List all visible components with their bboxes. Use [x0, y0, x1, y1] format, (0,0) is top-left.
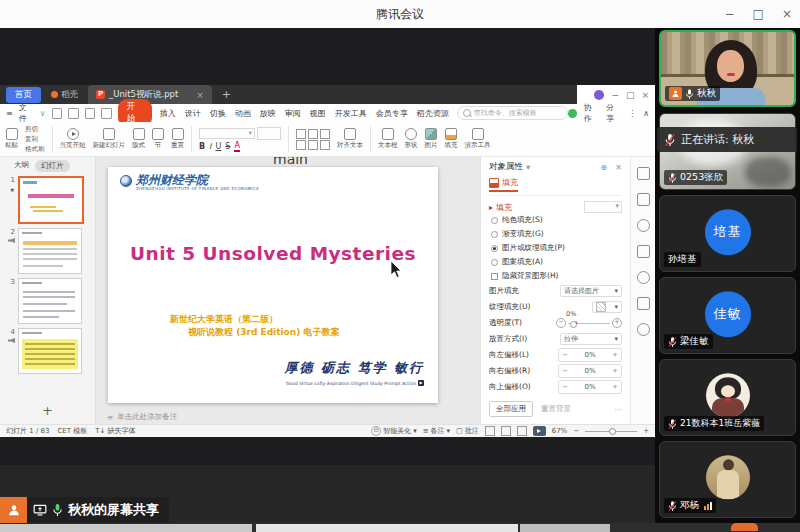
- paste-button[interactable]: 粘贴: [5, 128, 18, 150]
- align-left-icon[interactable]: [296, 140, 306, 150]
- menu-tab-member[interactable]: 会员专享: [376, 108, 408, 119]
- wps-account-avatar[interactable]: [594, 90, 604, 100]
- more-options-icon[interactable]: ⋯: [615, 405, 623, 414]
- effects-icon[interactable]: [637, 219, 650, 232]
- slide-canvas[interactable]: main 郑州财经学院 ZHENGZHOU INSTITUTE OF FINAN…: [95, 157, 480, 424]
- format-painter-button[interactable]: 格式刷: [25, 145, 45, 154]
- audio-play-icon[interactable]: ▶: [418, 380, 424, 386]
- menu-tab-transition[interactable]: 切换: [210, 108, 226, 119]
- close-icon[interactable]: ×: [782, 7, 792, 21]
- font-size-select[interactable]: [257, 127, 281, 140]
- zoom-out-icon[interactable]: −: [573, 427, 579, 435]
- slide-thumbnail-1[interactable]: 1 ★: [0, 174, 95, 226]
- underline-button[interactable]: U: [215, 142, 221, 151]
- hamburger-icon[interactable]: ≡: [6, 109, 13, 118]
- section-caret-icon[interactable]: ▸: [489, 203, 493, 212]
- slide-thumbnail-3[interactable]: 3: [0, 276, 95, 326]
- more-menu-icon[interactable]: ⋮: [628, 109, 636, 118]
- minus-icon[interactable]: −: [559, 351, 571, 359]
- zoom-in-icon[interactable]: +: [643, 427, 649, 435]
- collapse-ribbon-icon[interactable]: ∧: [643, 109, 649, 118]
- collaborate-button[interactable]: 协作: [584, 102, 599, 124]
- plus-icon[interactable]: +: [609, 383, 621, 391]
- command-search-input[interactable]: 查找命令、搜索模板: [457, 106, 568, 120]
- plus-icon[interactable]: +: [609, 351, 621, 359]
- tab-close-icon[interactable]: ×: [196, 90, 204, 100]
- resource-icon[interactable]: [637, 297, 650, 310]
- checkbox-hide-background[interactable]: 隐藏背景图形(H): [489, 269, 622, 283]
- decrease-icon[interactable]: −: [556, 318, 566, 328]
- participant-tile-sunpeiji[interactable]: 培基 孙培基: [659, 195, 796, 272]
- radio-solid-fill[interactable]: 纯色填充(S): [489, 213, 622, 227]
- slider-knob[interactable]: [570, 321, 577, 328]
- number-list-icon[interactable]: [308, 129, 318, 139]
- comments-toggle[interactable]: ▢ 批注: [456, 426, 479, 436]
- zoom-slider[interactable]: [585, 431, 637, 432]
- menu-tab-review[interactable]: 审阅: [285, 108, 301, 119]
- animation-pane-icon[interactable]: [637, 193, 650, 206]
- shapes-button[interactable]: 形状: [405, 128, 418, 150]
- increase-icon[interactable]: +: [612, 318, 622, 328]
- align-center-icon[interactable]: [308, 140, 318, 150]
- wps-minimize-icon[interactable]: −: [611, 90, 619, 100]
- file-menu[interactable]: 文件: [19, 102, 34, 124]
- indent-icon[interactable]: [320, 129, 330, 139]
- wps-close-icon[interactable]: ×: [641, 90, 649, 100]
- copy-button[interactable]: 复制: [25, 135, 45, 144]
- section-button[interactable]: 节: [152, 128, 164, 150]
- fill-tab[interactable]: 填充: [489, 177, 518, 192]
- help-icon[interactable]: [637, 271, 650, 284]
- undo-icon[interactable]: [85, 108, 96, 119]
- font-color-button[interactable]: A: [234, 141, 239, 152]
- print-icon[interactable]: [68, 108, 79, 119]
- menu-tab-slideshow[interactable]: 放映: [260, 108, 276, 119]
- play-from-current-button[interactable]: 当页开始: [60, 128, 86, 150]
- template-name[interactable]: CET 模板: [57, 426, 87, 436]
- minus-icon[interactable]: −: [559, 383, 571, 391]
- align-right-icon[interactable]: [320, 140, 330, 150]
- properties-icon[interactable]: [637, 167, 650, 180]
- new-tab-button[interactable]: +: [222, 88, 231, 101]
- notes-toggle[interactable]: ≡ 备注 ▾: [423, 426, 450, 436]
- panel-close-icon[interactable]: ×: [615, 163, 622, 172]
- minus-icon[interactable]: −: [559, 367, 571, 375]
- reading-view-icon[interactable]: [517, 426, 527, 436]
- outline-tab[interactable]: 大纲: [14, 160, 29, 172]
- bullet-list-icon[interactable]: [296, 129, 306, 139]
- reset-button[interactable]: 重置: [171, 128, 184, 150]
- menu-tab-animation[interactable]: 动画: [235, 108, 251, 119]
- radio-pattern-fill[interactable]: 图案填充(A): [489, 255, 622, 269]
- maximize-icon[interactable]: □: [753, 7, 764, 21]
- participant-tile-dengyang[interactable]: 邓杨: [659, 441, 796, 518]
- menu-tab-view[interactable]: 视图: [310, 108, 326, 119]
- texture-fill-select[interactable]: ▾: [592, 301, 622, 313]
- placement-select[interactable]: 拉伸▾: [560, 333, 622, 345]
- minimize-icon[interactable]: −: [725, 7, 735, 21]
- zoom-level[interactable]: 67%: [552, 427, 568, 435]
- fill-preset-select[interactable]: ▾: [584, 201, 622, 213]
- text-box-button[interactable]: 文本框: [378, 128, 398, 150]
- italic-button[interactable]: I: [209, 142, 211, 151]
- font-name-select[interactable]: ▾: [199, 128, 255, 139]
- offset-up-stepper[interactable]: − 0% +: [558, 380, 622, 394]
- participant-tile-liangjiamin[interactable]: 佳敏 梁佳敏: [659, 277, 796, 354]
- participant-tile-qiuqiu[interactable]: 秋秋: [659, 30, 796, 107]
- zoom-knob[interactable]: [609, 428, 616, 435]
- add-slide-button[interactable]: +: [0, 403, 95, 418]
- picture-button[interactable]: 图片: [425, 128, 438, 150]
- radio-gradient-fill[interactable]: 渐变填充(G): [489, 227, 622, 241]
- offset-left-stepper[interactable]: − 0% +: [558, 348, 622, 362]
- slides-tab[interactable]: 幻灯片: [35, 160, 70, 172]
- plus-icon[interactable]: +: [609, 367, 621, 375]
- picture-fill-select[interactable]: 请选择图片▾: [560, 285, 622, 297]
- transparency-slider[interactable]: 0% − +: [556, 318, 622, 328]
- layout-button[interactable]: 版式: [132, 128, 145, 150]
- fill-button[interactable]: 填充: [445, 128, 458, 150]
- slide-thumbnail-2[interactable]: 2: [0, 226, 95, 276]
- participant-tile-yueziwei[interactable]: 21数科本1班岳紫薇: [659, 359, 796, 436]
- presentation-tools-button[interactable]: 演示工具: [465, 128, 491, 150]
- offset-right-stepper[interactable]: − 0% +: [558, 364, 622, 378]
- selection-pane-icon[interactable]: [637, 245, 650, 258]
- pin-icon[interactable]: ⊕: [601, 163, 608, 172]
- slide-thumbnail-4[interactable]: 4: [0, 326, 95, 376]
